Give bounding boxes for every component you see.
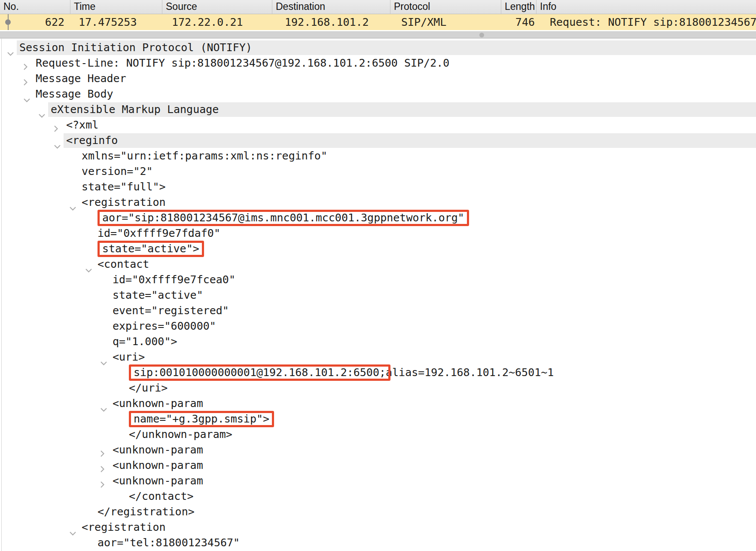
packet-cell-no: 622 — [0, 14, 70, 30]
tree-row-label: <registration — [82, 521, 166, 533]
tree-row-label: id="0xffff9e7fcea0" — [113, 273, 235, 286]
tree-row[interactable]: <unknown-param — [0, 458, 756, 473]
tree-row[interactable]: eXtensible Markup Language — [0, 102, 756, 117]
tree-row-label: q="1.000"> — [113, 335, 177, 348]
tree-row-label: <contact — [98, 258, 149, 270]
packet-cell-info: Request: NOTIFY sip:818001234567 — [537, 14, 756, 30]
tree-row[interactable]: </registration> — [0, 504, 756, 520]
tree-row-label: eXtensible Markup Language — [51, 103, 219, 116]
tree-row[interactable]: expires="600000" — [0, 318, 756, 334]
column-header-source[interactable]: Source — [162, 0, 272, 14]
tree-row[interactable]: <contact — [0, 257, 756, 272]
tree-row-label: <unknown-param — [113, 397, 203, 410]
tree-row[interactable]: aor="tel:818001234567" — [0, 535, 756, 551]
tree-row[interactable]: <reginfo — [0, 133, 756, 148]
tree-row[interactable]: sip:001010000000001@192.168.101.2:6500;a… — [0, 365, 756, 380]
tree-row[interactable]: state="active"> — [0, 241, 756, 257]
row-highlight-band — [64, 133, 756, 148]
packet-cell-destination: 192.168.101.2 — [272, 14, 390, 30]
tree-row[interactable]: <unknown-param — [0, 473, 756, 489]
tree-row-label: <unknown-param — [113, 444, 203, 456]
packet-detail-pane: Session Initiation Protocol (NOTIFY)Requ… — [0, 38, 756, 551]
tree-row-label: <unknown-param — [113, 459, 203, 471]
tree-row-label: id="0xffff9e7fdaf0" — [98, 227, 220, 239]
splitter-handle-dot[interactable] — [479, 33, 484, 37]
tree-row[interactable]: <registration — [0, 195, 756, 210]
tree-row-label: expires="600000" — [113, 320, 216, 332]
tree-row[interactable]: id="0xffff9e7fdaf0" — [0, 226, 756, 241]
packet-cell-time: 17.475253 — [70, 14, 162, 30]
tree-row-label: <reginfo — [66, 134, 118, 147]
tree-row-label: event="registered" — [113, 304, 229, 317]
selected-packet-row[interactable]: 62217.475253172.22.0.21192.168.101.2SIP/… — [0, 14, 756, 30]
tree-row[interactable]: name="+g.3gpp.smsip"> — [0, 411, 756, 427]
packet-list-header: No.TimeSourceDestinationProtocolLengthIn… — [0, 0, 756, 14]
column-header-no[interactable]: No. — [0, 0, 70, 14]
tree-row[interactable]: <unknown-param — [0, 396, 756, 411]
annotated-field-value: sip:001010000000001@192.168.101.2:6500; — [129, 364, 390, 381]
tree-row[interactable]: <unknown-param — [0, 442, 756, 458]
packet-cell-protocol: SIP/XML — [390, 14, 501, 30]
tree-row-label: state="active" — [113, 289, 203, 301]
tree-row-label: Request-Line: NOTIFY sip:818001234567@19… — [36, 57, 449, 69]
column-header-length[interactable]: Length — [501, 0, 537, 14]
tree-row[interactable]: </uri> — [0, 380, 756, 396]
tree-row-label: Message Header — [36, 72, 126, 85]
tree-row-label: <uri> — [113, 351, 145, 363]
tree-row[interactable]: <uri> — [0, 349, 756, 365]
tree-row[interactable]: state="full"> — [0, 179, 756, 195]
wireshark-window: No.TimeSourceDestinationProtocolLengthIn… — [0, 0, 756, 551]
tree-row[interactable]: </unknown-param> — [0, 427, 756, 442]
column-header-protocol[interactable]: Protocol — [390, 0, 501, 14]
pane-splitter[interactable] — [0, 31, 756, 38]
tree-row-label: aor="tel:818001234567" — [98, 536, 240, 549]
tree-row-label: state="full"> — [82, 181, 166, 193]
tree-row[interactable]: id="0xffff9e7fcea0" — [0, 272, 756, 288]
tree-row-label: <unknown-param — [113, 474, 203, 487]
tree-row[interactable]: </contact> — [0, 489, 756, 504]
tree-row-label: </contact> — [129, 490, 194, 502]
tree-row-label: </unknown-param> — [129, 428, 232, 441]
tree-row[interactable]: state="active" — [0, 288, 756, 303]
tree-row-label: </uri> — [129, 382, 168, 394]
tree-row-label-tail: alias=192.168.101.2~6501~1 — [386, 366, 554, 379]
column-header-info[interactable]: Info — [537, 0, 756, 14]
tree-row-label: version="2" — [82, 165, 153, 178]
tree-row-label: xmlns="urn:ietf:params:xml:ns:reginfo" — [82, 150, 327, 162]
packet-cell-source: 172.22.0.21 — [162, 14, 272, 30]
tree-row[interactable]: Message Header — [0, 71, 756, 86]
column-header-time[interactable]: Time — [70, 0, 162, 14]
tree-row[interactable]: Session Initiation Protocol (NOTIFY) — [0, 40, 756, 55]
annotated-field-value: name="+g.3gpp.smsip"> — [129, 411, 274, 427]
tree-row[interactable]: Message Body — [0, 86, 756, 102]
tree-row[interactable]: q="1.000"> — [0, 334, 756, 349]
tree-row-label: Session Initiation Protocol (NOTIFY) — [19, 41, 252, 54]
tree-row[interactable]: Request-Line: NOTIFY sip:818001234567@19… — [0, 55, 756, 71]
packet-cell-length: 746 — [501, 14, 537, 30]
tree-row-label: Message Body — [36, 88, 113, 100]
tree-row[interactable]: <?xml — [0, 117, 756, 133]
tree-row-label: </registration> — [98, 505, 195, 518]
tree-row-label: <?xml — [66, 119, 98, 131]
tree-row-label: <registration — [82, 196, 166, 208]
tree-row[interactable]: version="2" — [0, 164, 756, 179]
tree-row[interactable]: <registration — [0, 520, 756, 535]
annotated-field-value: aor="sip:818001234567@ims.mnc001.mcc001.… — [98, 210, 469, 226]
tree-row[interactable]: xmlns="urn:ietf:params:xml:ns:reginfo" — [0, 148, 756, 164]
annotated-field-value: state="active"> — [98, 241, 204, 257]
tree-row[interactable]: event="registered" — [0, 303, 756, 318]
tree-row[interactable]: aor="sip:818001234567@ims.mnc001.mcc001.… — [0, 210, 756, 226]
column-header-destination[interactable]: Destination — [272, 0, 390, 14]
